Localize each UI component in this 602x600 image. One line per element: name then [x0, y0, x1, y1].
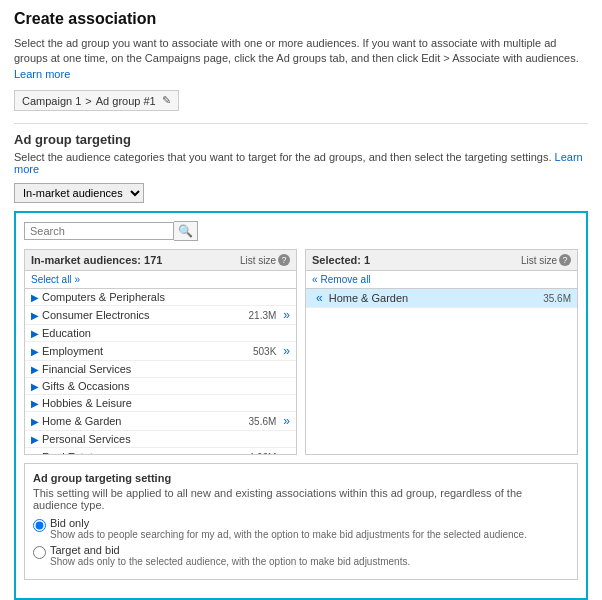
audience-type-dropdown-row: In-market audiences Remarketing lists Si…	[14, 183, 588, 203]
right-item-name: « Home & Garden	[312, 291, 408, 305]
expand-arrow: ▶	[31, 292, 39, 303]
left-panel-header: In-market audiences: 171 List size ?	[25, 250, 296, 271]
right-panel-scroll[interactable]: « Home & Garden 35.6M	[306, 289, 577, 308]
expand-arrow: ▶	[31, 452, 39, 455]
right-audience-list: Selected: 1 List size ? « Remove all	[305, 249, 578, 455]
left-item-name: ▶ Consumer Electronics	[31, 309, 150, 321]
expand-arrow: ▶	[31, 416, 39, 427]
targeting-setting-desc: This setting will be applied to all new …	[33, 487, 569, 511]
right-panel-size-label: List size ?	[521, 254, 571, 266]
expand-arrow: ▶	[31, 310, 39, 321]
targeting-section-title: Ad group targeting	[14, 132, 588, 147]
target-bid-label: Target and bid	[50, 544, 410, 556]
search-icon[interactable]: 🔍	[174, 221, 198, 241]
list-item[interactable]: ▶ Employment 503K »	[25, 342, 296, 361]
expand-arrow: ▶	[31, 434, 39, 445]
list-item[interactable]: ▶ Real Estate 4.66M »	[25, 448, 296, 454]
left-item-name: ▶ Gifts & Occasions	[31, 380, 129, 392]
search-input[interactable]	[24, 222, 174, 240]
page-description: Select the ad group you want to associat…	[14, 36, 588, 82]
left-item-name: ▶ Employment	[31, 345, 103, 357]
list-item[interactable]: ▶ Financial Services	[25, 361, 296, 378]
move-left-icon[interactable]: «	[316, 291, 323, 305]
page-title: Create association	[14, 10, 588, 28]
breadcrumb-edit-icon[interactable]: ✎	[162, 94, 171, 107]
expand-arrow: ▶	[31, 346, 39, 357]
audience-type-dropdown[interactable]: In-market audiences Remarketing lists Si…	[14, 183, 144, 203]
select-all-button[interactable]: Select all »	[31, 274, 80, 285]
right-panel-header: Selected: 1 List size ?	[306, 250, 577, 271]
bid-only-option: Bid only Show ads to people searching fo…	[33, 517, 569, 540]
target-bid-option: Target and bid Show ads only to the sele…	[33, 544, 569, 567]
bid-only-label: Bid only	[50, 517, 527, 529]
search-bar: 🔍	[24, 221, 578, 241]
breadcrumb: Campaign 1 > Ad group #1 ✎	[14, 90, 179, 111]
bid-only-radio[interactable]	[33, 519, 46, 532]
left-list-size-info-icon[interactable]: ?	[278, 254, 290, 266]
left-item-name: ▶ Real Estate	[31, 451, 99, 454]
ad-group-targeting-section: Ad group targeting Select the audience c…	[14, 132, 588, 600]
list-item[interactable]: ▶ Home & Garden 35.6M »	[25, 412, 296, 431]
left-item-name: ▶ Computers & Peripherals	[31, 291, 165, 303]
list-item[interactable]: ▶ Education	[25, 325, 296, 342]
targeting-section-desc: Select the audience categories that you …	[14, 151, 588, 175]
move-right-icon[interactable]: »	[283, 414, 290, 428]
left-item-name: ▶ Education	[31, 327, 91, 339]
right-panel-title: Selected: 1	[312, 254, 370, 266]
list-item[interactable]: ▶ Hobbies & Leisure	[25, 395, 296, 412]
move-right-icon[interactable]: »	[283, 308, 290, 322]
targeting-setting-section: Ad group targeting setting This setting …	[24, 463, 578, 580]
list-item[interactable]: ▶ Gifts & Occasions	[25, 378, 296, 395]
lists-row: In-market audiences: 171 List size ? Sel…	[24, 249, 578, 455]
left-panel-size-label: List size ?	[240, 254, 290, 266]
move-right-icon[interactable]: »	[283, 450, 290, 454]
target-bid-desc: Show ads only to the selected audience, …	[50, 556, 410, 567]
move-right-icon[interactable]: »	[283, 344, 290, 358]
divider-top	[14, 123, 588, 124]
left-item-size: 21.3M	[249, 310, 277, 321]
list-item[interactable]: ▶ Computers & Peripherals	[25, 289, 296, 306]
right-item-size: 35.6M	[543, 293, 571, 304]
list-item[interactable]: ▶ Personal Services	[25, 431, 296, 448]
right-panel-subheader: « Remove all	[306, 271, 577, 289]
left-panel-subheader: Select all »	[25, 271, 296, 289]
right-list-item[interactable]: « Home & Garden 35.6M	[306, 289, 577, 308]
expand-arrow: ▶	[31, 328, 39, 339]
expand-arrow: ▶	[31, 364, 39, 375]
expand-arrow: ▶	[31, 381, 39, 392]
list-item[interactable]: ▶ Consumer Electronics 21.3M »	[25, 306, 296, 325]
left-item-name: ▶ Hobbies & Leisure	[31, 397, 132, 409]
description-learn-more-link[interactable]: Learn more	[14, 68, 70, 80]
remove-all-button[interactable]: « Remove all	[312, 274, 371, 285]
left-item-size: 35.6M	[249, 416, 277, 427]
left-panel-scroll[interactable]: ▶ Computers & Peripherals ▶ Consumer Ele…	[25, 289, 296, 454]
left-item-size: 4.66M	[249, 452, 277, 455]
breadcrumb-adgroup: Ad group #1	[96, 95, 156, 107]
audience-panel: 🔍 In-market audiences: 171 List size ? S…	[14, 211, 588, 600]
left-item-name: ▶ Financial Services	[31, 363, 131, 375]
right-list-size-info-icon[interactable]: ?	[559, 254, 571, 266]
targeting-setting-title: Ad group targeting setting	[33, 472, 569, 484]
left-audience-list: In-market audiences: 171 List size ? Sel…	[24, 249, 297, 455]
breadcrumb-campaign: Campaign 1	[22, 95, 81, 107]
expand-arrow: ▶	[31, 398, 39, 409]
breadcrumb-separator: >	[85, 95, 91, 107]
left-item-size: 503K	[253, 346, 276, 357]
left-item-name: ▶ Personal Services	[31, 433, 131, 445]
target-bid-radio[interactable]	[33, 546, 46, 559]
bid-only-desc: Show ads to people searching for my ad, …	[50, 529, 527, 540]
left-item-name: ▶ Home & Garden	[31, 415, 121, 427]
left-panel-title: In-market audiences: 171	[31, 254, 162, 266]
